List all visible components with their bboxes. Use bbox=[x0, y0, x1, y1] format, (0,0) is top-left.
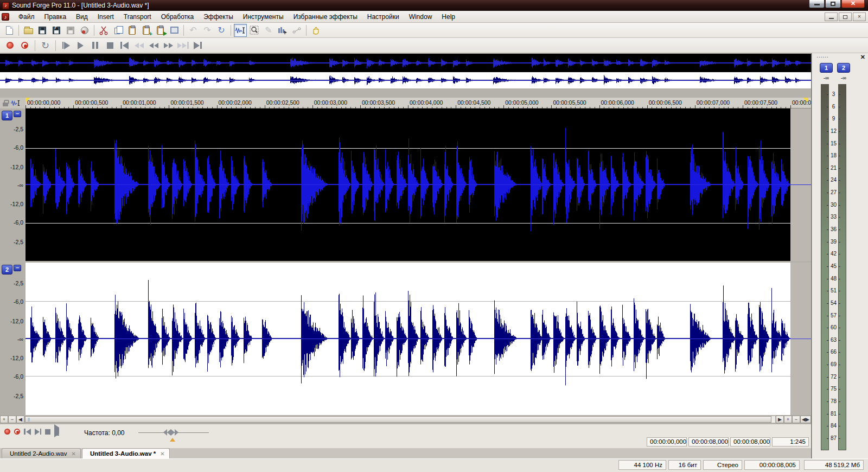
play-all-button[interactable] bbox=[59, 39, 73, 52]
new-file-button[interactable] bbox=[2, 24, 16, 37]
tab-untitled3[interactable]: Untitled 3-Audio.wav * ✕ bbox=[82, 448, 170, 458]
shuttle-handle[interactable] bbox=[163, 429, 178, 436]
event-tool-button[interactable] bbox=[276, 24, 290, 37]
meter-channel-1-button[interactable]: 1 bbox=[820, 63, 833, 73]
bit-depth-box[interactable]: 16 бит bbox=[668, 460, 701, 470]
magnify-tool-button[interactable] bbox=[247, 24, 261, 37]
mini-go-to-end-button[interactable] bbox=[35, 429, 42, 435]
undo-button[interactable]: ↶ bbox=[186, 24, 200, 37]
redo-icon: ↷ bbox=[203, 26, 210, 35]
zoom-ratio-readout[interactable]: 1:245 bbox=[772, 437, 809, 447]
channel-2-waveform[interactable] bbox=[25, 263, 790, 415]
sample-rate-box[interactable]: 44 100 Hz bbox=[618, 460, 666, 470]
selection-end-readout[interactable]: 00:00:08,000 bbox=[688, 437, 729, 447]
pencil-tool-button[interactable]: ✎ bbox=[261, 24, 276, 37]
rewind-button[interactable] bbox=[132, 39, 146, 52]
edit-tool-button[interactable] bbox=[233, 24, 247, 37]
scroll-left-button[interactable]: ◀ bbox=[16, 416, 24, 423]
go-to-start-button[interactable] bbox=[118, 39, 131, 52]
paste-to-new-button[interactable] bbox=[153, 24, 167, 37]
channel-1-badge[interactable]: 1 bbox=[2, 111, 12, 120]
save-all-button[interactable] bbox=[63, 24, 78, 37]
loop-playback-button[interactable]: ↻ bbox=[39, 39, 52, 52]
scrollbar-thumb[interactable] bbox=[25, 416, 771, 423]
touch-tool-button[interactable] bbox=[309, 24, 323, 37]
zoom-out-button[interactable]: − bbox=[792, 416, 800, 423]
menu-Правка[interactable]: Правка bbox=[40, 11, 72, 22]
tab-untitled2[interactable]: Untitled 2-Audio.wav ✕ bbox=[2, 448, 81, 458]
back-button[interactable] bbox=[147, 39, 161, 52]
menu-Настройки[interactable]: Настройки bbox=[362, 11, 404, 22]
mdi-close-button[interactable]: × bbox=[853, 12, 866, 21]
mdi-minimize-button[interactable] bbox=[825, 12, 838, 21]
channel-2-badge[interactable]: 2 bbox=[2, 265, 12, 275]
meter-channel-2-button[interactable]: 2 bbox=[837, 63, 850, 73]
zoom-out-time-button[interactable]: − bbox=[8, 416, 16, 423]
scrollbar-track[interactable] bbox=[24, 416, 776, 423]
meters-grip[interactable]: ▪▪▪▪▪▪ bbox=[817, 55, 829, 59]
menu-Эффекты[interactable]: Эффекты bbox=[199, 11, 238, 22]
selection-start-readout[interactable]: 00:00:00,000 bbox=[647, 437, 687, 447]
save-as-button[interactable]: ? bbox=[49, 24, 63, 37]
time-ruler[interactable]: 00:00:00,00000:00:00,50000:00:01,00000:0… bbox=[0, 98, 811, 109]
menu-Обработка[interactable]: Обработка bbox=[156, 11, 199, 22]
menu-Файл[interactable]: Файл bbox=[14, 11, 40, 22]
mini-play-button[interactable] bbox=[54, 428, 59, 436]
selection-length-readout[interactable]: 00:00:08,000 bbox=[730, 437, 770, 447]
trim-crop-button[interactable] bbox=[167, 24, 181, 37]
overview-waveform-ch1[interactable] bbox=[0, 54, 811, 72]
mini-go-to-start-button[interactable] bbox=[24, 429, 31, 435]
go-to-end-button[interactable] bbox=[191, 39, 205, 52]
menu-Вид[interactable]: Вид bbox=[71, 11, 93, 22]
mdi-restore-button[interactable] bbox=[839, 12, 852, 21]
paste-button[interactable] bbox=[125, 24, 139, 37]
menu-Transport[interactable]: Transport bbox=[119, 11, 156, 22]
fast-forward-button[interactable] bbox=[176, 39, 190, 52]
mini-stop-button[interactable] bbox=[45, 429, 50, 435]
mini-record-special-button[interactable] bbox=[14, 429, 20, 435]
record-button[interactable] bbox=[3, 39, 17, 52]
document-icon[interactable]: ♪ bbox=[2, 13, 9, 21]
paste-special-button[interactable]: + bbox=[139, 24, 153, 37]
channel-2-collapse-button[interactable]: – bbox=[14, 265, 21, 271]
zoom-in-button[interactable]: + bbox=[784, 416, 792, 423]
minimize-button[interactable] bbox=[809, 0, 825, 8]
repeat-button[interactable]: ↻ bbox=[214, 24, 228, 37]
ruler-scale[interactable]: 00:00:00,00000:00:00,50000:00:01,00000:0… bbox=[25, 98, 811, 109]
title-bar[interactable]: ♪ Sound Forge Pro 11.0 - [Untitled 3-Aud… bbox=[0, 0, 868, 11]
menu-Window[interactable]: Window bbox=[404, 11, 437, 22]
close-button[interactable]: ✕ bbox=[841, 0, 865, 8]
menu-Help[interactable]: Help bbox=[437, 11, 460, 22]
scroll-right-button[interactable]: ▶ bbox=[776, 416, 784, 423]
meters-close-icon[interactable]: ✕ bbox=[860, 54, 865, 61]
cut-button[interactable] bbox=[97, 24, 111, 37]
restore-button[interactable] bbox=[825, 0, 841, 8]
menu-Избранные эффекты[interactable]: Избранные эффекты bbox=[289, 11, 362, 22]
channel-mode-box[interactable]: Стерео bbox=[703, 460, 742, 470]
zoom-in-time-button[interactable]: + bbox=[0, 416, 8, 423]
copy-button[interactable] bbox=[111, 24, 125, 37]
publish-button[interactable] bbox=[78, 24, 92, 37]
mini-record-button[interactable] bbox=[4, 429, 10, 435]
stop-button[interactable] bbox=[103, 39, 117, 52]
open-button[interactable] bbox=[21, 24, 35, 37]
tab-close-icon[interactable]: ✕ bbox=[71, 451, 75, 457]
shuttle-slider[interactable] bbox=[138, 429, 209, 437]
channel-1-waveform[interactable] bbox=[25, 109, 790, 261]
pause-button[interactable] bbox=[88, 39, 102, 52]
envelope-tool-button[interactable] bbox=[290, 24, 304, 37]
play-button[interactable] bbox=[74, 39, 87, 52]
ruler-label: 00:00:01,000 bbox=[123, 99, 156, 106]
tab-close-icon[interactable]: ✕ bbox=[160, 451, 164, 457]
menu-Insert[interactable]: Insert bbox=[93, 11, 119, 22]
edit-tool-mode-icon[interactable] bbox=[11, 99, 21, 107]
record-special-button[interactable] bbox=[18, 39, 31, 52]
redo-button[interactable]: ↷ bbox=[200, 24, 214, 37]
save-button[interactable] bbox=[35, 24, 49, 37]
overview-waveform-ch2[interactable] bbox=[0, 72, 811, 88]
zoom-fit-button[interactable]: ◀▶ bbox=[800, 416, 811, 423]
forward-button[interactable] bbox=[162, 39, 175, 52]
lock-icon[interactable] bbox=[3, 103, 8, 106]
menu-Инструменты[interactable]: Инструменты bbox=[238, 11, 289, 22]
channel-1-collapse-button[interactable]: – bbox=[14, 111, 21, 117]
